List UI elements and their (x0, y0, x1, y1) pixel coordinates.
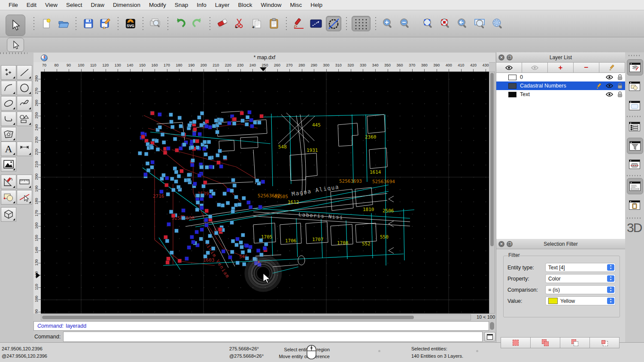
selection-handle[interactable] (196, 146, 200, 150)
selection-handle[interactable] (151, 160, 155, 164)
layer-row-text[interactable]: Text (496, 90, 625, 99)
selection-handle[interactable] (245, 244, 249, 248)
cut-button[interactable]: + (232, 16, 247, 31)
selection-handle[interactable] (247, 249, 251, 253)
selection-handle[interactable] (233, 118, 237, 121)
selection-handle[interactable] (239, 241, 243, 244)
ellipse-tools-button[interactable] (1, 96, 16, 111)
selection-handle[interactable] (249, 205, 252, 209)
selection-handle[interactable] (169, 113, 173, 117)
vertical-scrollbar[interactable] (489, 72, 495, 314)
selection-handle[interactable] (167, 146, 170, 150)
menu-item-block[interactable]: Block (234, 0, 257, 10)
selection-handle[interactable] (231, 210, 235, 214)
selection-handle[interactable] (175, 229, 179, 233)
zoom-out-button[interactable] (398, 16, 413, 31)
selection-handle[interactable] (171, 188, 175, 192)
command-line-panel-button[interactable] (627, 178, 643, 194)
selection-handle[interactable] (204, 218, 208, 222)
image-tool-button[interactable] (1, 157, 16, 172)
shape-tools-button[interactable] (17, 112, 32, 126)
erase-button[interactable] (215, 16, 230, 31)
menu-item-view[interactable]: View (41, 0, 62, 10)
selection-handle[interactable] (263, 246, 267, 250)
vertical-scrollbar-thumb[interactable] (490, 73, 494, 246)
selection-handle[interactable] (191, 240, 195, 244)
remove-from-selection-button[interactable] (560, 337, 590, 348)
selection-handle[interactable] (182, 143, 186, 147)
selection-handle[interactable] (240, 111, 244, 115)
selection-handle[interactable] (214, 231, 218, 235)
property-editor-panel-button[interactable] (627, 119, 642, 134)
selection-handle[interactable] (258, 205, 262, 209)
selection-handle[interactable] (185, 256, 188, 260)
selection-handle[interactable] (208, 156, 212, 160)
selection-handle[interactable] (195, 139, 199, 143)
selection-handle[interactable] (235, 243, 239, 247)
float-panel-icon[interactable]: ❐ (507, 54, 513, 60)
selection-handle[interactable] (170, 125, 174, 129)
paste-button[interactable] (267, 16, 281, 31)
selection-handle[interactable] (162, 140, 166, 144)
selection-handle[interactable] (218, 149, 222, 153)
selection-handle[interactable] (179, 124, 183, 128)
intersect-selection-button[interactable] (589, 337, 620, 348)
selection-handle[interactable] (207, 140, 211, 144)
menu-item-snap[interactable]: Snap (170, 0, 193, 10)
selection-handle[interactable] (212, 192, 216, 196)
value-select[interactable]: Yellow ▲▼ (545, 296, 616, 305)
selection-handle[interactable] (204, 254, 207, 258)
menu-item-help[interactable]: Help (306, 0, 327, 10)
selection-handle[interactable] (200, 123, 204, 127)
selection-handle[interactable] (156, 148, 160, 151)
selection-handle[interactable] (150, 166, 154, 169)
polyline-tools-button[interactable] (1, 112, 16, 126)
layer-lock-icon[interactable] (617, 83, 623, 89)
print-preview-button[interactable] (148, 16, 163, 31)
selection-handle[interactable] (187, 246, 191, 250)
zoom-to-selection-button[interactable] (438, 16, 453, 31)
selection-handle[interactable] (246, 115, 249, 119)
selection-handle[interactable] (203, 181, 207, 184)
selection-handle[interactable] (190, 145, 194, 149)
selection-handle[interactable] (160, 177, 164, 181)
layer-visible-eye-icon[interactable] (606, 75, 613, 80)
selection-handle[interactable] (242, 196, 246, 200)
selection-handle[interactable] (205, 240, 209, 244)
selection-handle[interactable] (198, 132, 202, 136)
measure-distance-button[interactable] (309, 16, 323, 31)
selection-handle[interactable] (259, 238, 263, 242)
selection-handle[interactable] (212, 124, 216, 128)
solid-tools-button[interactable] (1, 207, 16, 222)
selection-handle[interactable] (146, 169, 150, 172)
selection-handle[interactable] (200, 165, 204, 169)
edit-layer-button[interactable] (599, 62, 625, 73)
selection-handle[interactable] (217, 203, 221, 207)
selection-handle[interactable] (257, 121, 261, 124)
3d-view-button[interactable]: 3D (627, 220, 641, 235)
svg-export-button[interactable]: SVG (123, 16, 138, 31)
selection-handle[interactable] (155, 139, 158, 143)
selection-handle[interactable] (208, 214, 212, 218)
selection-pointer-button[interactable] (6, 15, 25, 36)
selection-handle[interactable] (236, 237, 240, 241)
selection-handle[interactable] (176, 185, 180, 189)
selection-handle[interactable] (193, 127, 197, 131)
selection-handle[interactable] (217, 161, 221, 165)
selection-handle[interactable] (197, 174, 201, 178)
show-all-layers-button[interactable] (496, 62, 522, 73)
selection-handle[interactable] (203, 140, 207, 144)
selection-handle[interactable] (237, 203, 241, 207)
selection-handle[interactable] (221, 203, 225, 207)
selection-handle[interactable] (170, 120, 173, 124)
dimension-tools-button[interactable] (17, 142, 32, 156)
selection-handle[interactable] (191, 159, 195, 163)
layer-row-0[interactable]: 0 (496, 73, 625, 81)
selection-handle[interactable] (200, 112, 204, 115)
selection-handle[interactable] (200, 206, 204, 210)
float-panel-icon[interactable]: ❐ (507, 241, 513, 247)
spline-tools-button[interactable] (17, 96, 32, 111)
undo-button[interactable] (173, 16, 188, 31)
selection-filter-panel-button[interactable] (627, 138, 643, 154)
selection-handle[interactable] (234, 203, 238, 207)
